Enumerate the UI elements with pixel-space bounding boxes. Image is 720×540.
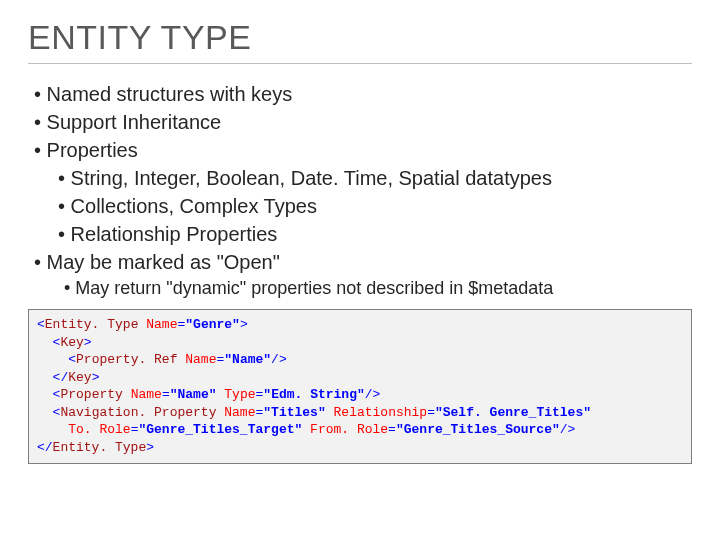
bullet-text: May be marked as "Open" [47,251,280,273]
bullet-text: Relationship Properties [71,223,278,245]
list-item: Relationship Properties [58,220,692,248]
code-block: <Entity. Type Name="Genre"> <Key> <Prope… [28,309,692,463]
bullet-text: May return "dynamic" properties not desc… [75,278,553,298]
list-item: String, Integer, Boolean, Date. Time, Sp… [58,164,692,192]
bullet-text: Properties [47,139,138,161]
list-item: Named structures with keys [34,80,692,108]
bullet-list: Named structures with keys Support Inher… [34,80,692,301]
slide-title: ENTITY TYPE [28,18,692,64]
bullet-text: Named structures with keys [47,83,293,105]
list-item: Collections, Complex Types [58,192,692,220]
list-item: May return "dynamic" properties not desc… [64,276,692,301]
list-item: Support Inheritance [34,108,692,136]
bullet-text: String, Integer, Boolean, Date. Time, Sp… [71,167,552,189]
list-item: May be marked as "Open" May return "dyna… [34,248,692,301]
bullet-text: Support Inheritance [47,111,222,133]
list-item: Properties String, Integer, Boolean, Dat… [34,136,692,248]
bullet-text: Collections, Complex Types [71,195,317,217]
